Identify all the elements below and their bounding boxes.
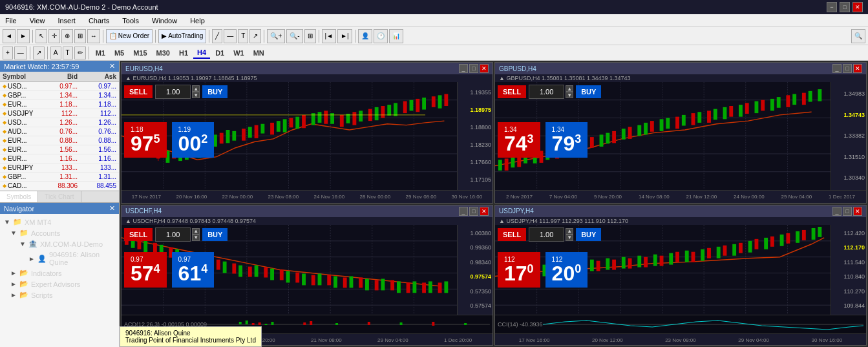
nav-accounts[interactable]: ▼ 📁 Accounts xyxy=(1,227,118,238)
tf-m30[interactable]: M30 xyxy=(153,47,174,59)
chart-eurusd-min[interactable]: _ xyxy=(459,64,468,73)
chart-gbpusd-price-panel[interactable]: SELL 1.00 ▲ ▼ BUY xyxy=(495,82,831,190)
lot-down-eurusd[interactable]: ▼ xyxy=(192,92,200,98)
tab-symbols[interactable]: Symbols xyxy=(0,191,38,202)
market-watch-row[interactable]: ◆USD... 0.97... 0.97... xyxy=(0,82,119,91)
market-watch-row[interactable]: ◆EUR... 0.88... 0.88... xyxy=(0,136,119,145)
chart-eurusd-body[interactable]: SELL 1.00 ▲ ▼ BUY xyxy=(122,82,492,190)
minimize-button[interactable]: − xyxy=(827,2,837,12)
chart-eurusd-price-panel[interactable]: SELL 1.00 ▲ ▼ BUY xyxy=(122,82,457,190)
nav-scripts[interactable]: ► 📂 Scripts xyxy=(1,289,118,300)
toolbar-prev-btn[interactable]: |◄ xyxy=(322,29,337,43)
maximize-button[interactable]: □ xyxy=(840,2,850,12)
chart-gbpusd-body[interactable]: SELL 1.00 ▲ ▼ BUY xyxy=(495,82,866,190)
autotrading-button[interactable]: ▶ AutoTrading xyxy=(158,29,206,43)
draw-minus-btn[interactable]: — xyxy=(14,47,27,59)
chart-usdchf-price-panel[interactable]: SELL 1.00 ▲ ▼ BUY xyxy=(122,225,457,315)
chart-usdjpy-close[interactable]: ✕ xyxy=(853,207,862,216)
lot-up-eurusd[interactable]: ▲ xyxy=(192,85,200,92)
market-watch-close[interactable]: ✕ xyxy=(109,62,115,70)
lot-up-usdchf[interactable]: ▲ xyxy=(192,228,200,235)
toolbar-zoomin-btn[interactable]: 🔍+ xyxy=(267,29,285,43)
toolbar-back-btn[interactable]: ◄ xyxy=(3,29,16,43)
market-watch-row[interactable]: ◆USDJPY 112... 112... xyxy=(0,109,119,118)
tab-tick-chart[interactable]: Tick Chart xyxy=(38,191,81,202)
buy-button-eurusd[interactable]: BUY xyxy=(202,85,228,98)
market-watch-row[interactable]: ◆GBP... 1.31... 1.31... xyxy=(0,173,119,182)
toolbar-grid-btn[interactable]: ⊞ xyxy=(304,29,316,43)
chart-gbpusd-min[interactable]: _ xyxy=(832,64,842,73)
lot-input-usdchf[interactable]: 1.00 xyxy=(155,227,191,242)
sell-button-usdjpy[interactable]: SELL xyxy=(498,228,526,241)
market-watch-row[interactable]: ◆EUR... 1.18... 1.18... xyxy=(0,100,119,109)
chart-usdchf-max[interactable]: □ xyxy=(469,207,478,216)
chart-usdjpy-body[interactable]: SELL 1.00 ▲ ▼ BUY xyxy=(495,225,866,346)
chart-usdjpy-max[interactable]: □ xyxy=(843,207,852,216)
buy-button-gbpusd[interactable]: BUY xyxy=(576,85,601,98)
tf-h1[interactable]: H1 xyxy=(175,47,192,59)
market-watch-row[interactable]: ◆EUR... 1.56... 1.56... xyxy=(0,145,119,154)
tf-d1[interactable]: D1 xyxy=(211,47,228,59)
lot-input-eurusd[interactable]: 1.00 xyxy=(155,85,191,99)
buy-button-usdjpy[interactable]: BUY xyxy=(576,228,601,241)
toolbar-next-btn[interactable]: ►| xyxy=(337,29,352,43)
lot-up-usdjpy[interactable]: ▲ xyxy=(566,228,573,235)
toolbar-hline-btn[interactable]: — xyxy=(224,29,237,43)
tf-mn[interactable]: MN xyxy=(249,47,268,59)
toolbar-arrow-btn[interactable]: ↗ xyxy=(249,29,261,43)
toolbar-account-btn[interactable]: 👤 xyxy=(358,29,372,43)
toolbar-line-btn[interactable]: ╱ xyxy=(212,29,222,43)
market-watch-row[interactable]: ◆GBP... 1.34... 1.34... xyxy=(0,91,119,100)
close-button[interactable]: ✕ xyxy=(852,2,863,12)
chart-gbpusd-max[interactable]: □ xyxy=(843,64,852,73)
toolbar-forward-btn[interactable]: ► xyxy=(17,29,30,43)
toolbar-crosshair-btn[interactable]: ✛ xyxy=(48,29,60,43)
lot-input-usdjpy[interactable]: 1.00 xyxy=(529,227,564,242)
toolbar-chart-type-btn[interactable]: 📊 xyxy=(389,29,403,43)
nav-xmcomdemo[interactable]: ▼ 🏦 XM.COM-AU-Demo xyxy=(1,238,118,249)
new-order-button[interactable]: 📋 New Order xyxy=(106,29,153,43)
chart-gbpusd-close[interactable]: ✕ xyxy=(853,64,862,73)
menu-charts[interactable]: Charts xyxy=(86,17,112,25)
tf-m1[interactable]: M1 xyxy=(92,47,109,59)
lot-down-usdjpy[interactable]: ▼ xyxy=(566,235,573,241)
chart-usdchf-min[interactable]: _ xyxy=(459,207,468,216)
toolbar-period-btn[interactable]: ⊞ xyxy=(74,29,86,43)
menu-help[interactable]: Help xyxy=(187,17,207,25)
tf-h4[interactable]: H4 xyxy=(193,47,210,59)
toolbar-scroll-btn[interactable]: ↔ xyxy=(87,29,100,43)
market-watch-row[interactable]: ◆EURJPY 133... 133... xyxy=(0,163,119,173)
nav-indicators[interactable]: ► 📂 Indicators xyxy=(1,268,118,279)
draw-pen-btn[interactable]: ✏ xyxy=(74,47,86,59)
menu-view[interactable]: View xyxy=(27,17,48,25)
lot-down-gbpusd[interactable]: ▼ xyxy=(566,92,573,98)
market-watch-row[interactable]: ◆CAD... 88.306 88.455 xyxy=(0,182,119,191)
draw-arrow-btn[interactable]: ↗ xyxy=(33,47,45,59)
tf-m5[interactable]: M5 xyxy=(111,47,128,59)
nav-expert-advisors[interactable]: ► 📂 Expert Advisors xyxy=(1,279,118,289)
draw-plus-btn[interactable]: + xyxy=(3,47,13,59)
toolbar-cursor-btn[interactable]: ↖ xyxy=(36,29,47,43)
buy-button-usdchf[interactable]: BUY xyxy=(202,228,228,241)
draw-text-btn[interactable]: A xyxy=(50,47,61,59)
tf-w1[interactable]: W1 xyxy=(229,47,248,59)
toolbar-clock-btn[interactable]: 🕐 xyxy=(374,29,388,43)
draw-ttext-btn[interactable]: T xyxy=(63,47,73,59)
toolbar-search-btn[interactable]: 🔍 xyxy=(851,29,865,43)
chart-eurusd-max[interactable]: □ xyxy=(469,64,478,73)
toolbar-text-btn[interactable]: T xyxy=(238,29,248,43)
sell-button-gbpusd[interactable]: SELL xyxy=(498,85,526,98)
menu-tools[interactable]: Tools xyxy=(120,17,142,25)
toolbar-zoom-btn[interactable]: ⊕ xyxy=(61,29,73,43)
chart-eurusd-close[interactable]: ✕ xyxy=(480,64,489,73)
lot-up-gbpusd[interactable]: ▲ xyxy=(566,85,573,92)
nav-xmmt4[interactable]: ▼ 📁 XM MT4 xyxy=(1,216,118,227)
chart-usdjpy-price-panel[interactable]: SELL 1.00 ▲ ▼ BUY xyxy=(495,225,831,315)
lot-down-usdchf[interactable]: ▼ xyxy=(192,235,200,241)
market-watch-row[interactable]: ◆EUR... 1.16... 1.16... xyxy=(0,154,119,163)
navigator-close[interactable]: ✕ xyxy=(109,204,115,213)
lot-input-gbpusd[interactable]: 1.00 xyxy=(529,85,564,99)
tf-m15[interactable]: M15 xyxy=(129,47,151,59)
nav-alison-quine[interactable]: ► 👤 9046916: Alison Quine xyxy=(1,249,118,268)
chart-usdjpy-min[interactable]: _ xyxy=(832,207,842,216)
